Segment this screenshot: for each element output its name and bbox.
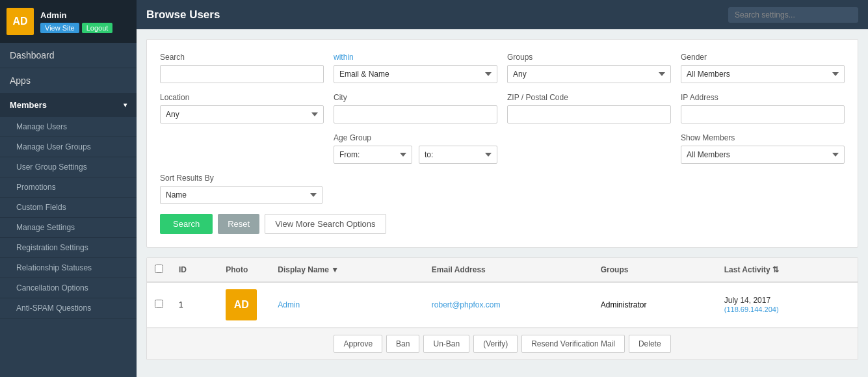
row-groups: Administrator (593, 282, 717, 328)
sidebar-item-user-group-settings[interactable]: User Group Settings (0, 157, 137, 177)
sidebar-nav: Dashboard Apps Members ▾ Manage Users Ma… (0, 43, 137, 318)
gender-label: Gender (681, 53, 845, 62)
sidebar-item-relationship-statuses[interactable]: Relationship Statuses (0, 258, 137, 278)
groups-column-header: Groups (593, 258, 717, 282)
table-row: 1 AD Admin robert@phpfox.com Administrat… (147, 282, 858, 328)
username: Admin (40, 10, 112, 20)
age-from-group: From: (334, 146, 412, 164)
unban-button[interactable]: Un-Ban (423, 335, 469, 353)
select-all-header (147, 258, 171, 282)
view-more-options-button[interactable]: View More Search Options (265, 214, 386, 234)
select-all-checkbox[interactable] (155, 265, 163, 273)
sidebar-item-manage-user-groups[interactable]: Manage User Groups (0, 137, 137, 157)
sidebar-item-custom-fields[interactable]: Custom Fields (0, 198, 137, 218)
sidebar-item-registration-settings[interactable]: Registration Settings (0, 238, 137, 258)
users-table: ID Photo Display Name ▼ Email Address Gr… (147, 258, 858, 328)
search-row-1: Search within Email & Name Email Name Gr… (160, 53, 845, 83)
user-info: Admin View Site Logout (40, 10, 112, 33)
delete-button[interactable]: Delete (629, 335, 671, 353)
email-link[interactable]: robert@phpfox.com (432, 300, 501, 309)
display-name-link[interactable]: Admin (278, 300, 300, 309)
location-field-group: Location Any (160, 93, 324, 124)
groups-label: Groups (507, 53, 671, 62)
within-label: within (334, 53, 497, 62)
row-display-name: Admin (270, 282, 424, 328)
sidebar-item-members[interactable]: Members ▾ (0, 94, 137, 117)
city-label: City (334, 93, 497, 102)
table-actions: Approve Ban Un-Ban (Verify) Resend Verif… (147, 328, 858, 359)
table-header: ID Photo Display Name ▼ Email Address Gr… (147, 258, 858, 282)
display-name-column-header[interactable]: Display Name ▼ (270, 258, 424, 282)
topbar: Browse Users (137, 0, 868, 29)
ip-link[interactable]: (118.69.144.204) (724, 306, 779, 313)
sidebar-header: AD Admin View Site Logout (0, 0, 137, 43)
row-checkbox-cell (147, 282, 171, 328)
age-from-select[interactable]: From: (334, 146, 412, 164)
sidebar-item-manage-settings[interactable]: Manage Settings (0, 218, 137, 238)
main-content: Browse Users Search within Email & Name … (137, 0, 868, 377)
location-label: Location (160, 93, 324, 102)
users-table-panel: ID Photo Display Name ▼ Email Address Gr… (146, 257, 858, 360)
show-members-field-group: Show Members All Members (681, 133, 845, 164)
email-column-header: Email Address (424, 258, 593, 282)
sort-label: Sort Results By (160, 174, 322, 183)
reset-button[interactable]: Reset (218, 214, 259, 234)
groups-select[interactable]: Any (507, 65, 671, 83)
search-row-3: Age Group From: to: Show Members (160, 133, 845, 164)
ip-field-group: IP Address (681, 93, 845, 124)
search-button[interactable]: Search (160, 214, 213, 234)
city-field-group: City (334, 93, 497, 124)
location-select[interactable]: Any (160, 105, 324, 124)
activity-sort-icon: ⇅ (772, 265, 779, 274)
search-input[interactable] (160, 65, 324, 83)
sidebar-item-anti-spam-questions[interactable]: Anti-SPAM Questions (0, 298, 137, 318)
approve-button[interactable]: Approve (334, 335, 382, 353)
id-column-header: ID (171, 258, 218, 282)
row-last-activity: July 14, 2017 (118.69.144.204) (717, 282, 858, 328)
row-photo: AD (218, 282, 270, 328)
ban-button[interactable]: Ban (386, 335, 419, 353)
row-email: robert@phpfox.com (424, 282, 593, 328)
within-select[interactable]: Email & Name Email Name (334, 65, 497, 83)
sort-select[interactable]: Name ID Last Activity (160, 186, 322, 204)
sidebar-item-apps[interactable]: Apps (0, 68, 137, 94)
age-to-group: to: (419, 146, 497, 164)
sidebar-item-manage-users[interactable]: Manage Users (0, 117, 137, 137)
row-checkbox[interactable] (155, 300, 163, 308)
settings-search-input[interactable] (728, 7, 858, 23)
sort-field-group: Sort Results By Name ID Last Activity (160, 174, 322, 204)
sort-row: Sort Results By Name ID Last Activity (160, 174, 845, 204)
chevron-down-icon: ▾ (124, 101, 127, 109)
logout-button[interactable]: Logout (82, 23, 113, 33)
search-actions: Search Reset View More Search Options (160, 214, 845, 234)
age-group-row: From: to: (334, 146, 497, 164)
ip-input[interactable] (681, 105, 845, 124)
groups-field-group: Groups Any (507, 53, 671, 83)
zip-input[interactable] (507, 105, 671, 124)
topbar-search (728, 7, 858, 23)
age-group-field-group: Age Group From: to: (334, 133, 497, 164)
last-activity-column-header[interactable]: Last Activity ⇅ (717, 258, 858, 282)
table-body: 1 AD Admin robert@phpfox.com Administrat… (147, 282, 858, 328)
view-site-button[interactable]: View Site (40, 23, 79, 33)
age-to-select[interactable]: to: (419, 146, 497, 164)
sidebar-item-promotions[interactable]: Promotions (0, 177, 137, 198)
gender-select[interactable]: All Members Male Female (681, 65, 845, 83)
city-input[interactable] (334, 105, 497, 124)
sidebar-item-cancellation-options[interactable]: Cancellation Options (0, 278, 137, 298)
search-label: Search (160, 53, 324, 62)
sort-icon: ▼ (331, 265, 339, 274)
show-members-select[interactable]: All Members (681, 146, 845, 164)
user-avatar: AD (226, 289, 257, 320)
sidebar-item-dashboard[interactable]: Dashboard (0, 43, 137, 68)
resend-button[interactable]: Resend Verification Mail (521, 335, 625, 353)
gender-field-group: Gender All Members Male Female (681, 53, 845, 83)
show-members-label: Show Members (681, 133, 845, 142)
sidebar: AD Admin View Site Logout Dashboard Apps… (0, 0, 137, 377)
avatar: AD (7, 8, 34, 35)
page-title: Browse Users (146, 8, 220, 21)
search-row-2: Location Any City ZIP / Postal Code IP A… (160, 93, 845, 124)
row-id: 1 (171, 282, 218, 328)
within-field-group: within Email & Name Email Name (334, 53, 497, 83)
verify-button[interactable]: (Verify) (473, 335, 518, 353)
